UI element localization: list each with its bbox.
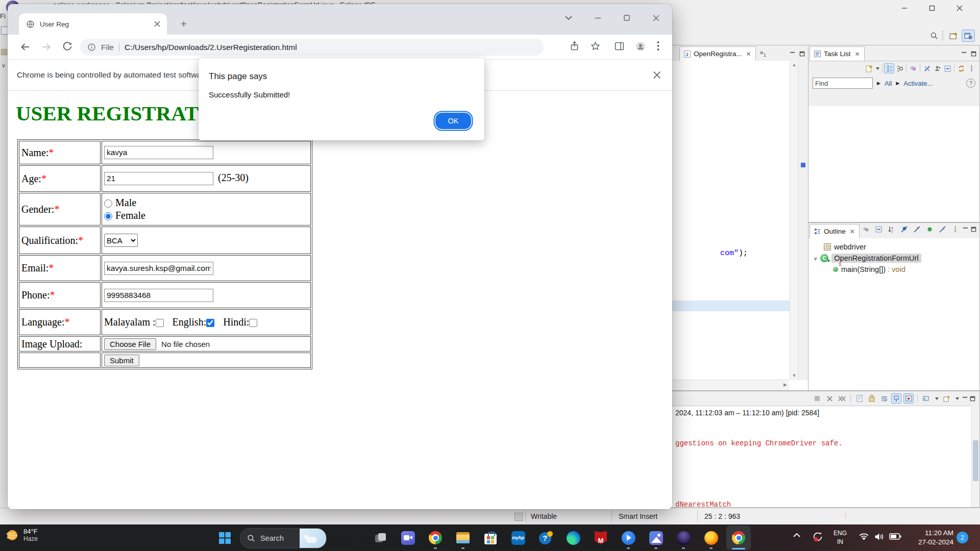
new-console-view-icon[interactable]: [942, 393, 952, 404]
close-icon[interactable]: ✕: [855, 51, 860, 58]
back-icon[interactable]: [19, 41, 31, 53]
gender-female-radio[interactable]: [104, 212, 112, 220]
scroll-up-icon[interactable]: ▲: [790, 63, 798, 67]
maximize-panel-icon[interactable]: [970, 396, 975, 402]
speaker-icon[interactable]: [874, 532, 885, 541]
eclipse-minimize-button[interactable]: [894, 2, 915, 14]
dropdown-arrow-icon[interactable]: [954, 393, 960, 404]
dropdown-arrow-icon[interactable]: [874, 63, 880, 73]
new-file-icon[interactable]: [1, 27, 8, 35]
window-minimize-button[interactable]: [586, 9, 609, 27]
minimize-panel-icon[interactable]: [790, 51, 795, 57]
hide-static-icon[interactable]: s: [912, 224, 922, 234]
store-icon[interactable]: [478, 525, 503, 550]
close-icon[interactable]: ✕: [850, 228, 855, 235]
scroll-down-icon[interactable]: ▼: [790, 373, 798, 378]
eclipse-close-button[interactable]: [949, 2, 970, 14]
eclipse-menu-file-fragment[interactable]: Fi: [0, 12, 6, 20]
submit-button[interactable]: Submit: [104, 355, 139, 366]
new-tab-button[interactable]: +: [176, 16, 191, 32]
scroll-right-icon[interactable]: ▶: [783, 383, 787, 387]
task-list-content[interactable]: [808, 106, 979, 222]
bookmark-star-icon[interactable]: [590, 41, 601, 52]
hide-completed-icon[interactable]: [922, 63, 932, 73]
eclipse-taskbar-icon[interactable]: [671, 525, 696, 550]
tab-search-icon[interactable]: [557, 9, 580, 27]
minimize-panel-icon[interactable]: [962, 396, 968, 402]
collapse-all-icon[interactable]: [942, 63, 952, 73]
eclipse-restore-button[interactable]: [922, 2, 942, 14]
hide-fields-icon[interactable]: [899, 224, 909, 234]
qualification-select[interactable]: BCA: [104, 234, 138, 247]
photos-icon[interactable]: [644, 525, 668, 550]
address-bar[interactable]: File C:/Users/hp/Downloads/2.UserRegiste…: [80, 39, 544, 56]
categorized-view-icon[interactable]: [884, 63, 894, 73]
tab-close-icon[interactable]: [154, 20, 161, 28]
screen-record-icon[interactable]: [812, 531, 823, 542]
word-wrap-icon[interactable]: [879, 393, 889, 404]
choose-file-button[interactable]: Choose File: [104, 338, 156, 350]
tab-outline[interactable]: Outline ✕: [810, 224, 860, 238]
tab-overflow-indicator[interactable]: »1: [760, 48, 766, 58]
expander-icon[interactable]: ▶: [877, 81, 880, 86]
tree-item-method[interactable]: S main(String[]) : void: [808, 264, 979, 275]
get-help-icon[interactable]: ?: [533, 525, 558, 550]
filter-person-icon[interactable]: [932, 63, 942, 73]
clear-console-icon[interactable]: [854, 393, 865, 404]
language-english-checkbox[interactable]: [206, 319, 214, 327]
file-explorer-icon[interactable]: [451, 525, 475, 550]
wifi-icon[interactable]: [859, 532, 869, 541]
tree-item-package[interactable]: webdriver: [808, 241, 979, 253]
open-perspective-icon[interactable]: [948, 31, 959, 41]
scheduled-view-icon[interactable]: [894, 63, 904, 73]
close-icon[interactable]: ✕: [746, 51, 751, 58]
myhp-icon[interactable]: myhp: [506, 525, 530, 550]
maximize-panel-icon[interactable]: [799, 51, 805, 57]
debug-grid-icon[interactable]: [1, 49, 7, 55]
maximize-panel-icon[interactable]: [971, 51, 976, 57]
focus-icon[interactable]: [861, 224, 871, 234]
filter-all-link[interactable]: All: [885, 80, 892, 87]
activate-link[interactable]: Activate...: [903, 80, 933, 87]
chrome-icon[interactable]: [423, 525, 448, 550]
minimize-panel-icon[interactable]: [961, 51, 967, 57]
focus-workweek-icon[interactable]: [908, 63, 918, 73]
hide-non-public-icon[interactable]: [924, 224, 935, 234]
profile-avatar-icon[interactable]: [635, 41, 646, 52]
phone-input[interactable]: [104, 289, 213, 302]
sort-icon[interactable]: az: [886, 224, 896, 234]
collapse-all-icon[interactable]: [873, 224, 884, 234]
new-task-icon[interactable]: [864, 63, 874, 73]
window-close-button[interactable]: [645, 9, 667, 27]
side-panel-icon[interactable]: [614, 41, 625, 52]
reload-icon[interactable]: [62, 41, 73, 52]
dropdown-arrow-icon[interactable]: [934, 393, 940, 404]
maximize-panel-icon[interactable]: [971, 227, 976, 232]
search-box[interactable]: Search: [240, 528, 327, 548]
remove-launch-icon[interactable]: [824, 393, 835, 404]
language-hindi-checkbox[interactable]: [249, 319, 257, 327]
weather-widget[interactable]: 84°F Haze: [5, 528, 38, 543]
chat-icon[interactable]: [396, 525, 420, 550]
expander-icon[interactable]: ▶: [896, 81, 899, 86]
scrollbar-thumb[interactable]: [973, 440, 978, 481]
java-perspective-icon[interactable]: [962, 30, 975, 42]
mcafee-icon[interactable]: M: [589, 525, 613, 550]
scroll-lock-icon[interactable]: [867, 393, 877, 404]
media-player-icon[interactable]: [616, 525, 641, 550]
open-console-icon[interactable]: [921, 393, 932, 404]
clock[interactable]: 11:20 AM 27-02-2024: [910, 529, 953, 547]
hide-local-types-icon[interactable]: L: [937, 224, 947, 234]
task-view-icon[interactable]: [368, 525, 393, 550]
age-input[interactable]: [104, 172, 213, 185]
tab-open-registration[interactable]: J OpenRegistra... ✕: [679, 46, 756, 61]
remove-all-launches-icon[interactable]: [837, 393, 847, 404]
help-icon[interactable]: ?: [966, 79, 975, 88]
tray-chevron-up-icon[interactable]: [793, 533, 800, 538]
name-input[interactable]: [104, 146, 213, 159]
pin-console-icon[interactable]: [891, 393, 901, 404]
chevron-down-icon[interactable]: ∨: [2, 62, 6, 69]
view-menu-icon[interactable]: [950, 224, 960, 234]
tab-task-list[interactable]: Task List ✕: [810, 46, 865, 61]
window-maximize-button[interactable]: [616, 9, 638, 27]
